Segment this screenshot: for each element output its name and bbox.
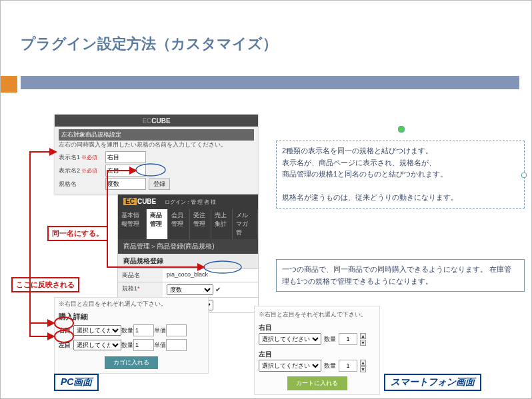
field-label: 表示名2 xyxy=(59,167,80,174)
brand-cube: CUBE xyxy=(137,198,156,205)
sp-note: ※右目と左目をそれぞれ選んで下さい。 xyxy=(259,310,375,319)
ok-check: ✔ xyxy=(215,286,221,293)
qty-label: 数量 xyxy=(121,326,133,335)
qty-label: 数量 xyxy=(324,362,336,370)
pc-right-label: 右目 xyxy=(59,326,73,335)
header-bar xyxy=(21,76,519,89)
spec1-select[interactable]: 度数 xyxy=(167,284,213,295)
section-title: 左右対象商品規格設定 xyxy=(59,129,254,141)
accent-square xyxy=(1,76,17,93)
brand-cube: CUBE xyxy=(151,117,170,125)
pc-title: 購入詳細 xyxy=(55,310,208,323)
config-panel: ECCUBE 左右対象商品規格設定 左右の同時購入を運用したい規格の名前を入力し… xyxy=(54,114,259,195)
display-name-1-input[interactable] xyxy=(105,151,146,163)
sp-right-qty[interactable] xyxy=(339,333,357,345)
field-label: 規格名 xyxy=(59,180,105,189)
page-title: プラグイン設定方法（カスタマイズ） xyxy=(21,34,277,54)
tab-sales[interactable]: 売上集計 xyxy=(211,209,233,239)
field-label: 表示名1 xyxy=(59,154,80,161)
row-value: pia_coco_black xyxy=(163,269,258,282)
required-mark: ※必須 xyxy=(81,155,97,161)
register-button[interactable]: 登録 xyxy=(149,179,170,190)
pc-purchase-panel: ※右目と左目をそれぞれ選んで下さい。 購入詳細 右目 選択してください 数量 単… xyxy=(54,297,209,374)
pc-right-qty[interactable] xyxy=(133,324,154,336)
tab-orders[interactable]: 受注管理 xyxy=(190,209,211,239)
pc-left-price[interactable] xyxy=(166,339,187,351)
row-label: 規格1 xyxy=(122,285,137,292)
pc-add-to-cart-button[interactable]: カゴに入れる xyxy=(105,356,158,369)
callout-explain-2: 一つの商品で、同一商品での同時購入できるようになります。 在庫管理も1つの規格で… xyxy=(276,259,525,292)
required-mark: * xyxy=(137,285,140,292)
tab-members[interactable]: 会員管理 xyxy=(168,209,189,239)
sp-purchase-panel: ※右目と左目をそれぞれ選んで下さい。 右目 選択してください 数量 ▲▼ 左目 … xyxy=(254,306,380,395)
spec-name-input[interactable] xyxy=(105,178,146,190)
qty-label: 数量 xyxy=(324,335,336,344)
brand-ec: EC xyxy=(123,198,137,205)
pc-right-price[interactable] xyxy=(166,324,187,336)
qty-label: 数量 xyxy=(121,341,133,350)
breadcrumb: 商品管理＞商品登録(商品規格) xyxy=(118,239,258,254)
admin-panel: ECCUBE ログイン : 管 理 者 様 基本情報管理 商品管理 会員管理 受… xyxy=(117,194,259,313)
section-heading: 商品規格登録 xyxy=(118,254,258,268)
section-note: 左右の同時購入を運用したい規格の名前を入力してください。 xyxy=(59,141,254,149)
pc-note: ※右目と左目をそれぞれ選んで下さい。 xyxy=(55,298,208,310)
pc-left-qty[interactable] xyxy=(133,339,154,351)
pc-left-select[interactable]: 選択してください xyxy=(73,340,121,350)
admin-tabs: 基本情報管理 商品管理 会員管理 受注管理 売上集計 メルマガ管 xyxy=(118,209,258,239)
tab-products[interactable]: 商品管理 xyxy=(147,209,168,239)
tab-basic[interactable]: 基本情報管理 xyxy=(118,209,147,239)
tab-mail[interactable]: メルマガ管 xyxy=(233,209,258,239)
row-label: 商品名 xyxy=(118,269,163,282)
label-same-name: 同一名にする。 xyxy=(47,226,108,241)
qty-down-button[interactable]: ▼ xyxy=(360,366,366,372)
pc-right-select[interactable]: 選択してください xyxy=(73,325,121,336)
callout-explain-1: 2種類の表示名を同一の規格と結びつけます。 表示名が、商品ページに表示され、規格… xyxy=(276,141,525,208)
label-reflected-here: ここに反映される xyxy=(11,277,79,292)
sp-add-to-cart-button[interactable]: カートに入れる xyxy=(287,376,347,390)
badge-pc: PC画面 xyxy=(54,374,99,391)
brand-ec: EC xyxy=(142,117,151,125)
qty-up-button[interactable]: ▲ xyxy=(360,360,366,366)
price-label: 単価 xyxy=(154,341,166,350)
badge-smartphone: スマートフォン画面 xyxy=(384,374,481,391)
sp-left-select[interactable]: 選択してください xyxy=(259,360,321,372)
admin-header: ECCUBE ログイン : 管 理 者 様 xyxy=(118,195,258,209)
pc-left-label: 左目 xyxy=(59,341,73,350)
price-label: 単価 xyxy=(154,326,166,335)
login-info: ログイン : 管 理 者 様 xyxy=(165,199,216,205)
sp-left-label: 左目 xyxy=(259,350,375,359)
sp-right-label: 右目 xyxy=(259,323,375,332)
sp-left-qty[interactable] xyxy=(339,360,357,372)
required-mark: ※必須 xyxy=(81,168,97,174)
qty-down-button[interactable]: ▼ xyxy=(360,340,366,346)
qty-up-button[interactable]: ▲ xyxy=(360,333,366,339)
sp-right-select[interactable]: 選択してください xyxy=(259,333,321,345)
eccube-logo: ECCUBE xyxy=(55,115,258,127)
display-name-2-input[interactable] xyxy=(105,165,146,177)
